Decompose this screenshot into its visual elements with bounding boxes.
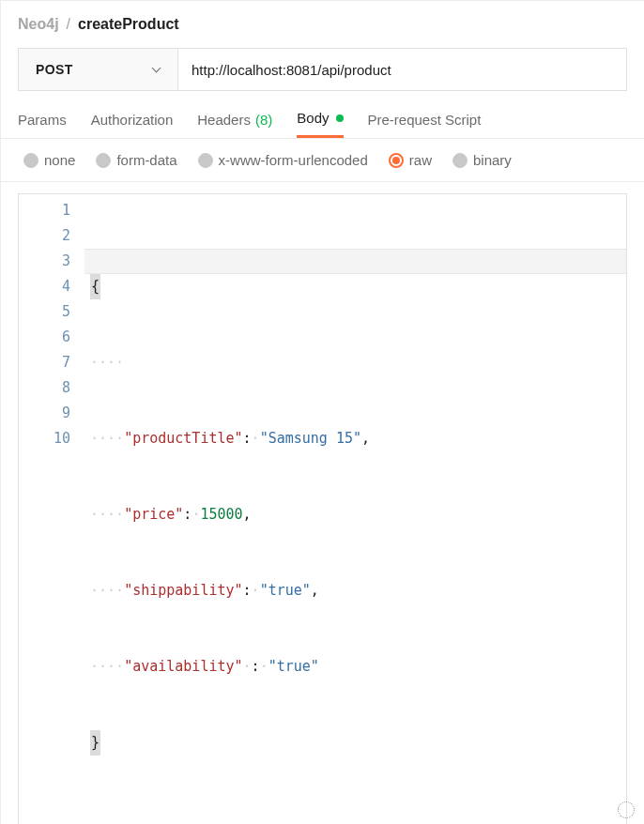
breadcrumb-current: createProduct <box>78 16 179 33</box>
tab-params[interactable]: Params <box>18 110 67 138</box>
radio-icon <box>198 153 213 168</box>
tab-authorization[interactable]: Authorization <box>91 110 174 138</box>
tab-body-label: Body <box>297 110 329 126</box>
request-body-editor[interactable]: 1 2 3 4 5 6 7 8 9 10 { ···· ····"product… <box>18 193 627 824</box>
body-type-urlenc-label: x-www-form-urlencoded <box>219 152 368 168</box>
body-type-none-label: none <box>44 152 75 168</box>
body-type-binary[interactable]: binary <box>452 152 512 168</box>
radio-icon <box>96 153 111 168</box>
tab-headers-count: (8) <box>255 112 272 128</box>
radio-icon <box>389 153 404 168</box>
request-tabs: Params Authorization Headers (8) Body Pr… <box>1 97 644 139</box>
body-type-raw-label: raw <box>409 152 432 168</box>
tab-prerequest-script[interactable]: Pre-request Script <box>368 110 482 138</box>
chevron-down-icon <box>151 65 161 74</box>
body-type-none[interactable]: none <box>23 152 75 168</box>
request-bar: POST http://localhost:8081/api/product <box>18 48 627 91</box>
request-editor-gutter: 1 2 3 4 5 6 7 8 9 10 <box>19 194 84 824</box>
http-method-value: POST <box>36 62 73 77</box>
http-method-select[interactable]: POST <box>19 49 178 90</box>
body-type-binary-label: binary <box>473 152 512 168</box>
radio-icon <box>23 153 38 168</box>
breadcrumb-separator: / <box>67 16 70 33</box>
body-type-row: none form-data x-www-form-urlencoded raw… <box>1 139 644 182</box>
body-type-form-data[interactable]: form-data <box>96 152 176 168</box>
unsaved-dot-icon <box>336 114 344 122</box>
request-url-input[interactable]: http://localhost:8081/api/product <box>178 49 626 90</box>
radio-icon <box>452 153 468 168</box>
body-type-raw[interactable]: raw <box>389 152 432 168</box>
breadcrumb: Neo4j / createProduct <box>1 1 644 48</box>
breadcrumb-parent[interactable]: Neo4j <box>18 16 59 33</box>
request-editor-code[interactable]: { ···· ····"productTitle":·"Samsung 15",… <box>84 194 626 824</box>
tab-headers-label: Headers <box>197 112 251 128</box>
body-type-form-label: form-data <box>116 152 176 168</box>
body-type-urlencoded[interactable]: x-www-form-urlencoded <box>198 152 368 168</box>
tab-body[interactable]: Body <box>297 110 343 138</box>
tab-headers[interactable]: Headers (8) <box>197 110 272 138</box>
